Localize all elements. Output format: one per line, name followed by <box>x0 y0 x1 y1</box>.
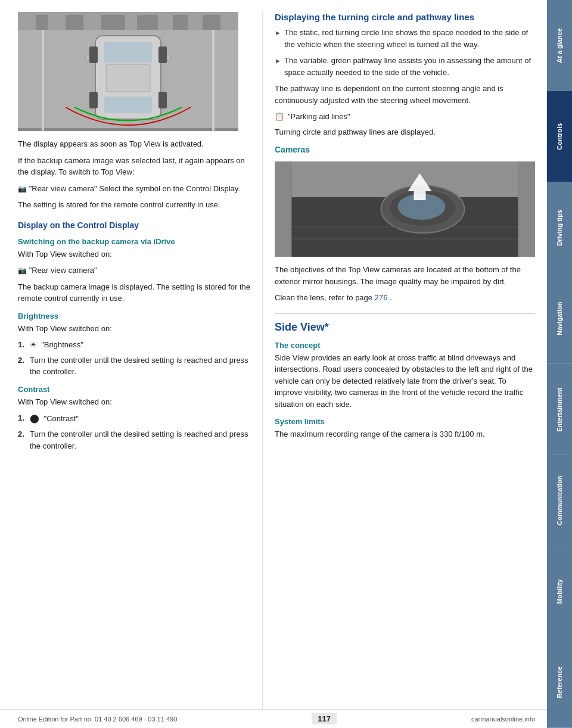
svg-rect-9 <box>137 15 158 30</box>
sidebar-item-driving-tips[interactable]: Driving tips <box>547 182 572 273</box>
concept-heading: The concept <box>275 341 535 350</box>
main-content: The display appears as soon as Top View … <box>0 0 547 728</box>
bullet-1: ► The static, red turning circle line sh… <box>275 27 535 50</box>
svg-rect-11 <box>203 15 220 30</box>
body-text-1: The display appears as soon as Top View … <box>18 138 250 150</box>
svg-rect-6 <box>36 15 48 30</box>
car-top-view-image <box>18 12 238 131</box>
contrast-heading: Contrast <box>18 385 250 394</box>
system-limits-text: The maximum recording range of the camer… <box>275 428 535 440</box>
footer-right-text: carmanualsonline.info <box>471 715 535 723</box>
contrast-item-2: 2. Turn the controller until the desired… <box>18 428 250 452</box>
body-text-3: 📷 "Rear view camera" Select the symbol o… <box>18 183 250 195</box>
note-icon: 📋 <box>275 111 288 123</box>
camera-icon-2: 📷 <box>18 266 27 275</box>
sidebar-item-navigation[interactable]: Navigation <box>547 273 572 364</box>
brightness-heading: Brightness <box>18 312 250 321</box>
sidebar: At a glance Controls Driving tips Naviga… <box>547 0 572 728</box>
page-number: 117 <box>312 713 337 724</box>
cameras-body-1: The objectives of the Top View cameras a… <box>275 264 535 287</box>
parking-aid-note: 📋 "Parking aid lines" <box>275 111 535 123</box>
footer-left-text: Online Edition for Part no. 01 40 2 606 … <box>18 715 177 723</box>
top-view-switched-text: With Top View switched on: <box>18 248 250 260</box>
turning-circle-displayed-text: Turning circle and pathway lines are dis… <box>275 126 535 138</box>
contrast-switched-on-text: With Top View switched on: <box>18 396 250 408</box>
page-footer: Online Edition for Part no. 01 40 2 606 … <box>0 709 547 728</box>
pathway-line-text: The pathway line is dependent on the cur… <box>275 83 535 106</box>
side-view-heading: Side View* <box>275 313 535 334</box>
sidebar-item-reference[interactable]: Reference <box>547 637 572 728</box>
svg-rect-10 <box>173 15 188 30</box>
svg-rect-18 <box>89 46 98 63</box>
sidebar-item-entertainment[interactable]: Entertainment <box>547 364 572 455</box>
sidebar-item-communication[interactable]: Communication <box>547 455 572 546</box>
right-column: Displaying the turning circle and pathwa… <box>262 12 547 709</box>
system-limits-heading: System limits <box>275 417 535 426</box>
svg-rect-7 <box>66 15 83 30</box>
columns: The display appears as soon as Top View … <box>0 0 547 709</box>
left-column: The display appears as soon as Top View … <box>0 12 262 709</box>
concept-text: Side View provides an early look at cros… <box>275 352 535 410</box>
rear-view-camera-text: 📷 "Rear view camera" <box>18 265 250 276</box>
svg-rect-15 <box>106 64 150 92</box>
camera-icon-inline: 📷 <box>18 185 27 193</box>
backup-camera-displayed-text: The backup camera image is displayed. Th… <box>18 281 250 304</box>
svg-rect-19 <box>158 46 167 63</box>
bullet-arrow-1: ► <box>275 28 284 50</box>
sidebar-item-controls[interactable]: Controls <box>547 91 572 182</box>
contrast-icon: ⬤ <box>30 413 42 423</box>
brightness-item-1: 1. ☀ "Brightness" <box>18 339 250 351</box>
svg-rect-20 <box>89 92 98 108</box>
body-text-4: The setting is stored for the remote con… <box>18 199 250 211</box>
display-control-heading: Display on the Control Display <box>18 220 250 230</box>
svg-rect-14 <box>104 97 152 113</box>
page-276-link[interactable]: 276 <box>375 293 388 302</box>
turning-circle-heading: Displaying the turning circle and pathwa… <box>275 12 535 22</box>
cameras-heading: Cameras <box>275 145 535 154</box>
cameras-body-2: Clean the lens, refer to page 276 . <box>275 292 535 304</box>
page-wrapper: The display appears as soon as Top View … <box>0 0 572 728</box>
sidebar-item-at-glance[interactable]: At a glance <box>547 0 572 91</box>
bullet-2: ► The variable, green pathway line assis… <box>275 55 535 78</box>
sun-icon: ☀ <box>30 340 39 349</box>
sidebar-item-mobility[interactable]: Mobility <box>547 546 572 637</box>
body-text-2: If the backup camera image was selected … <box>18 155 250 178</box>
contrast-item-1: 1. ⬤ "Contrast" <box>18 412 250 425</box>
svg-rect-13 <box>104 42 152 63</box>
bullet-arrow-2: ► <box>275 56 284 78</box>
brightness-item-2: 2. Turn the controller until the desired… <box>18 354 250 378</box>
brightness-switched-on-text: With Top View switched on: <box>18 323 250 335</box>
svg-rect-21 <box>158 92 167 108</box>
switching-backup-subheading: Switching on the backup camera via iDriv… <box>18 237 250 246</box>
svg-rect-2 <box>18 128 238 131</box>
camera-exterior-image <box>275 161 535 257</box>
svg-rect-8 <box>101 15 125 30</box>
